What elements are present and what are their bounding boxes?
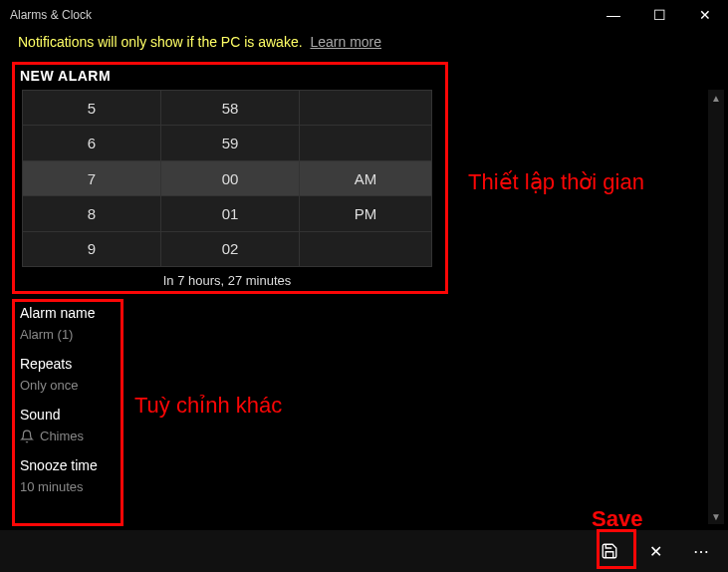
annotation-box-options [12, 299, 123, 526]
more-button[interactable]: ⋯ [680, 530, 722, 572]
annotation-text-time: Thiết lập thời gian [468, 169, 644, 195]
scroll-down-icon[interactable]: ▼ [708, 508, 724, 524]
window-title: Alarms & Clock [10, 8, 92, 22]
minimize-button[interactable]: — [591, 0, 636, 30]
titlebar: Alarms & Clock — ☐ ✕ [0, 0, 728, 30]
notification-text: Notifications will only show if the PC i… [18, 34, 303, 50]
window-controls: — ☐ ✕ [591, 0, 728, 30]
annotation-text-other: Tuỳ chỉnh khác [134, 393, 282, 419]
notification-banner: Notifications will only show if the PC i… [0, 30, 728, 60]
annotation-box-save [597, 529, 636, 569]
learn-more-link[interactable]: Learn more [310, 34, 381, 50]
annotation-box-time [12, 62, 448, 294]
annotation-text-save: Save [592, 506, 642, 532]
close-button[interactable]: ✕ [682, 0, 728, 30]
vertical-scrollbar[interactable]: ▲ ▼ [708, 90, 724, 524]
maximize-button[interactable]: ☐ [636, 0, 682, 30]
scroll-up-icon[interactable]: ▲ [708, 90, 724, 106]
cancel-button[interactable]: ✕ [634, 530, 676, 572]
